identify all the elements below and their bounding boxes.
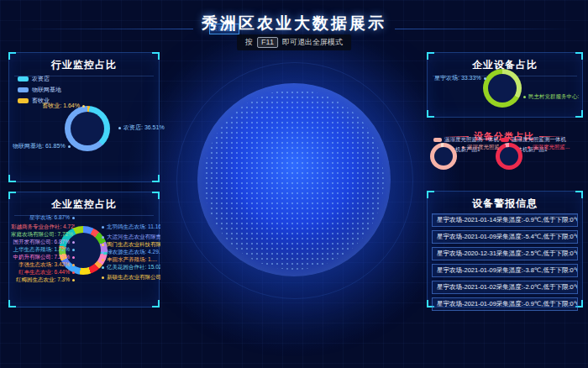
alarm-row: 星宇农场-2021-01-02采集温度:-2.0℃,低于下限:0℃ bbox=[432, 281, 578, 294]
legend-item[interactable]: 农资店 bbox=[18, 75, 61, 83]
alarm-row: 星宇农场-2021-01-14采集温度:-0.9℃,低于下限:0℃ bbox=[432, 213, 578, 227]
corner-bracket bbox=[575, 52, 583, 60]
legend-swatch bbox=[18, 87, 29, 92]
legend-swatch bbox=[501, 138, 509, 142]
chart-callout: 星宇农场: 6.87% bbox=[11, 214, 75, 222]
legend-label: 温湿度光照监测一体机 bbox=[512, 136, 566, 144]
corner-bracket bbox=[8, 52, 16, 60]
chart-callout: 温湿度光照监测一... bbox=[462, 144, 499, 151]
legend-swatch bbox=[433, 138, 442, 142]
chart-callout: 民主村党群服务中心: bbox=[523, 93, 580, 101]
chart-callout: 新硕生态农业有限公司: 6.87... bbox=[102, 274, 160, 281]
chart-callout: 北羽鸽生态农场: 11.16% bbox=[102, 223, 160, 231]
chart-callout: 红梅园生态农业: 7.3% bbox=[11, 276, 75, 284]
legend-swatch bbox=[18, 76, 29, 81]
corner-bracket bbox=[427, 110, 434, 118]
panel-title-alarm: 设备警报信息 bbox=[433, 192, 577, 215]
tip-suffix: 即可退出全屏模式 bbox=[282, 37, 343, 48]
panel-enterprise-monitoring: 企业监控占比 星宇农场: 6.87% 彩越商务专业合作社: 4.72% 家庭农场… bbox=[8, 192, 160, 308]
legend-label: 农资店 bbox=[32, 75, 50, 83]
panel-title-enterprise: 企业监控占比 bbox=[14, 192, 154, 216]
chart-callout: 李强生态农场: 3.42% bbox=[11, 261, 75, 269]
chart-callout: 温湿度光照监... bbox=[528, 144, 580, 151]
panel-industry-monitoring: 行业监控占比 农资店 物联网基地 畜牧业 畜牧业: 1.64% 农资店: 36.… bbox=[8, 52, 160, 182]
alarm-row: 星宇农场-2020-12-31采集温度:-2.5℃,低于下限:0℃ bbox=[432, 247, 578, 260]
chart-callout: 绿农源生态农场: 4.29... bbox=[102, 249, 160, 256]
chart-callout: 畜牧业: 1.64% bbox=[26, 102, 85, 110]
category-donut-chart-left[interactable] bbox=[430, 143, 457, 170]
corner-bracket bbox=[152, 175, 160, 182]
alarm-row: 星宇农场-2021-01-09采集温度:-3.8℃,低于下限:0℃ bbox=[432, 264, 578, 277]
chart-callout: 星宇农场: 33.33% bbox=[434, 74, 486, 82]
f11-key: F11 bbox=[257, 37, 278, 48]
globe bbox=[197, 83, 391, 276]
corner-bracket bbox=[427, 191, 434, 198]
chart-callout: 上华生态养殖场: 1.72% bbox=[11, 246, 75, 254]
corner-bracket bbox=[575, 191, 583, 198]
alarm-row: 星宇农场-2021-01-09采集温度:-5.4℃,低于下限:0℃ bbox=[432, 230, 578, 244]
device-donut-chart[interactable] bbox=[483, 69, 522, 108]
chart-callout: 国开发有限公司: 6.87% bbox=[11, 239, 75, 246]
alarm-list: 星宇农场-2021-01-14采集温度:-0.9℃,低于下限:0℃ 星宇农场-2… bbox=[432, 213, 578, 311]
chart-callout: 家庭农场有限公司: 7.72% bbox=[11, 231, 75, 239]
panel-device-ratio: 企业设备占比 星宇农场: 33.33% 民主村党群服务中心: bbox=[427, 52, 583, 118]
corner-bracket bbox=[8, 300, 16, 308]
chart-callout: 彩越商务专业合作社: 4.72% bbox=[11, 223, 75, 231]
chart-callout: 红丰生态农业: 6.44% bbox=[11, 269, 75, 276]
chart-callout: 亿美花园合作社: 15.02% bbox=[102, 264, 160, 271]
alarm-row: 星宇农场-2021-01-09采集温度:-0.9℃,低于下限:0℃ bbox=[432, 297, 578, 311]
corner-bracket bbox=[152, 52, 160, 60]
chart-callout: 物联网基地: 61.85% bbox=[13, 142, 71, 150]
corner-bracket bbox=[8, 192, 16, 199]
chart-callout: 大运河生态农业有限责任公... bbox=[102, 234, 160, 241]
corner-bracket bbox=[152, 300, 160, 308]
corner-bracket bbox=[8, 175, 16, 182]
tip-prefix: 按 bbox=[245, 37, 253, 48]
corner-bracket bbox=[152, 192, 160, 199]
chart-callout: 中奶升有限公司: 7.29% bbox=[11, 254, 75, 261]
panel-title-industry: 行业监控占比 bbox=[14, 53, 154, 76]
legend-label: 温湿度光照监测一体机 bbox=[444, 136, 499, 144]
panel-alarm-info: 设备警报信息 星宇农场-2021-01-14采集温度:-0.9℃,低于下限:0℃… bbox=[427, 191, 583, 308]
panel-device-category: 设备分类占比 温湿度光照监测一体机 一体机新产品1 温湿度光照监测一体机 一体机… bbox=[427, 118, 581, 187]
chart-callout: 丰圆水产养殖场: 1.... bbox=[102, 256, 160, 264]
corner-bracket bbox=[575, 110, 583, 118]
chart-callout: 陶门生态农业科技有限公... bbox=[102, 241, 160, 249]
page-title: 秀洲区农业大数据展示 bbox=[0, 13, 588, 34]
category-donut-chart-right[interactable] bbox=[496, 143, 522, 170]
corner-bracket bbox=[427, 52, 434, 60]
fullscreen-tip: 按 F11 即可退出全屏模式 bbox=[237, 34, 351, 50]
chart-callout: 农资店: 36.51% bbox=[118, 124, 165, 132]
industry-donut-chart[interactable] bbox=[65, 106, 110, 151]
legend-item[interactable]: 物联网基地 bbox=[18, 86, 61, 94]
legend-label: 物联网基地 bbox=[32, 86, 61, 94]
